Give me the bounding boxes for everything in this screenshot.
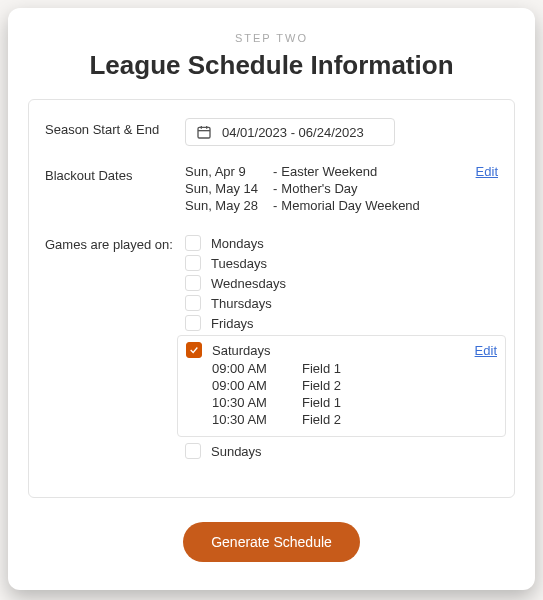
slot-row: 10:30 AM Field 2 — [212, 411, 497, 428]
day-label: Thursdays — [211, 296, 272, 311]
form-container: Season Start & End 04/01/2023 - 06/24/20… — [28, 99, 515, 498]
day-monday[interactable]: Mondays — [185, 233, 498, 253]
slot-row: 09:00 AM Field 1 — [212, 360, 497, 377]
slot-field: Field 1 — [302, 395, 341, 410]
games-label: Games are played on: — [45, 233, 185, 252]
saturday-block: Saturdays Edit 09:00 AM Field 1 09:00 AM… — [177, 335, 506, 437]
blackout-label: Blackout Dates — [45, 164, 185, 183]
day-label: Saturdays — [212, 343, 271, 358]
blackout-date: Sun, Apr 9 — [185, 164, 273, 179]
checkbox-icon — [185, 315, 201, 331]
season-label: Season Start & End — [45, 118, 185, 137]
slot-field: Field 1 — [302, 361, 341, 376]
blackout-name: Easter Weekend — [281, 164, 377, 179]
day-label: Tuesdays — [211, 256, 267, 271]
svg-rect-0 — [198, 127, 210, 138]
checkbox-icon — [185, 255, 201, 271]
games-row: Games are played on: Mondays Tuesdays We… — [45, 233, 498, 461]
slot-time: 09:00 AM — [212, 378, 302, 393]
season-date-value: 04/01/2023 - 06/24/2023 — [222, 125, 364, 140]
checkbox-icon — [185, 235, 201, 251]
slot-time: 10:30 AM — [212, 412, 302, 427]
checkbox-icon — [185, 275, 201, 291]
day-label: Mondays — [211, 236, 264, 251]
day-saturday[interactable]: Saturdays — [186, 342, 271, 358]
blackout-item: Sun, May 14 - Mother's Day — [185, 181, 498, 196]
slot-field: Field 2 — [302, 412, 341, 427]
blackout-row: Blackout Dates Edit Sun, Apr 9 - Easter … — [45, 164, 498, 215]
season-row: Season Start & End 04/01/2023 - 06/24/20… — [45, 118, 498, 146]
day-label: Wednesdays — [211, 276, 286, 291]
saturday-slots: 09:00 AM Field 1 09:00 AM Field 2 10:30 … — [212, 360, 497, 428]
blackout-date: Sun, May 14 — [185, 181, 273, 196]
blackout-item: Sun, May 28 - Memorial Day Weekend — [185, 198, 498, 213]
slot-time: 09:00 AM — [212, 361, 302, 376]
blackout-name: Memorial Day Weekend — [281, 198, 419, 213]
blackout-name: Mother's Day — [281, 181, 357, 196]
day-wednesday[interactable]: Wednesdays — [185, 273, 498, 293]
checkbox-icon — [185, 295, 201, 311]
day-thursday[interactable]: Thursdays — [185, 293, 498, 313]
season-date-input[interactable]: 04/01/2023 - 06/24/2023 — [185, 118, 395, 146]
saturday-edit-link[interactable]: Edit — [475, 343, 497, 358]
day-tuesday[interactable]: Tuesdays — [185, 253, 498, 273]
day-label: Sundays — [211, 444, 262, 459]
slot-time: 10:30 AM — [212, 395, 302, 410]
blackout-edit-link[interactable]: Edit — [476, 164, 498, 179]
generate-schedule-button[interactable]: Generate Schedule — [183, 522, 360, 562]
slot-row: 10:30 AM Field 1 — [212, 394, 497, 411]
checkbox-icon — [185, 443, 201, 459]
schedule-form-card: STEP TWO League Schedule Information Sea… — [8, 8, 535, 590]
day-sunday[interactable]: Sundays — [185, 441, 498, 461]
checkbox-checked-icon — [186, 342, 202, 358]
blackout-date: Sun, May 28 — [185, 198, 273, 213]
slot-row: 09:00 AM Field 2 — [212, 377, 497, 394]
day-label: Fridays — [211, 316, 254, 331]
day-friday[interactable]: Fridays — [185, 313, 498, 333]
blackout-list: Sun, Apr 9 - Easter Weekend Sun, May 14 … — [185, 164, 498, 213]
slot-field: Field 2 — [302, 378, 341, 393]
page-title: League Schedule Information — [28, 50, 515, 81]
calendar-icon — [196, 124, 212, 140]
step-label: STEP TWO — [28, 32, 515, 44]
blackout-item: Sun, Apr 9 - Easter Weekend — [185, 164, 498, 179]
